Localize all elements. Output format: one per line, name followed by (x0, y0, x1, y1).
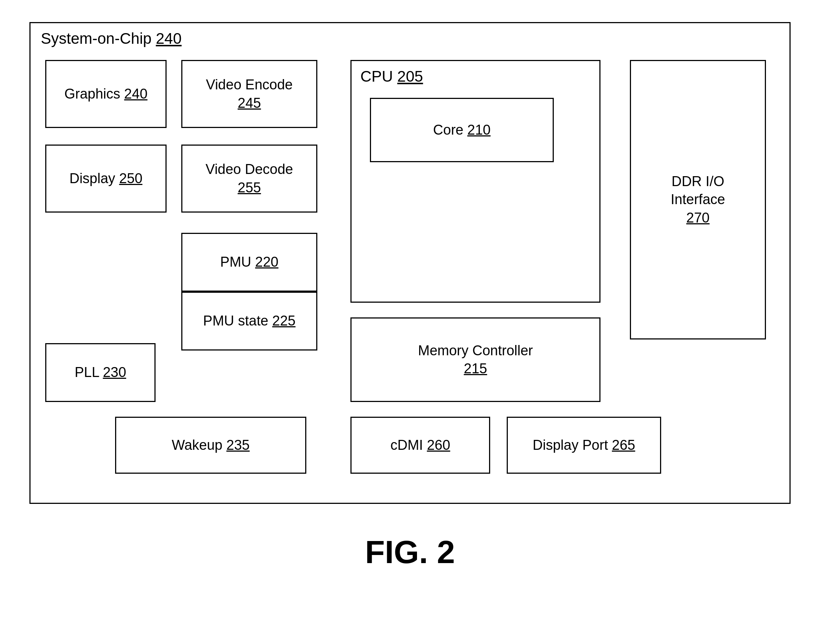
cdmi-block: cDMI 260 (350, 417, 490, 474)
display-block: Display 250 (45, 144, 167, 213)
pmu-state-block: PMU state 225 (181, 292, 317, 351)
video-decode-block: Video Decode255 (181, 144, 317, 213)
wakeup-block: Wakeup 235 (115, 417, 306, 474)
memory-controller-block: Memory Controller215 (350, 317, 601, 402)
display-label: Display 250 (69, 170, 143, 187)
pmu-label: PMU 220 (220, 253, 278, 271)
soc-label-text: System-on-Chip (41, 30, 156, 47)
figure-caption: FIG. 2 (365, 533, 455, 571)
pll-label: PLL 230 (75, 363, 126, 382)
video-decode-label: Video Decode255 (205, 160, 293, 197)
video-encode-block: Video Encode245 (181, 60, 317, 128)
cpu-label: CPU 205 (360, 67, 423, 85)
ddr-label: DDR I/OInterface270 (671, 172, 725, 227)
video-encode-label: Video Encode245 (206, 76, 293, 112)
display-port-block: Display Port 265 (507, 417, 661, 474)
graphics-block: Graphics 240 (45, 60, 167, 128)
display-port-label: Display Port 265 (533, 436, 635, 454)
core-block: Core 210 (370, 98, 554, 162)
pmu-state-label: PMU state 225 (203, 312, 295, 330)
core-label: Core 210 (433, 121, 490, 139)
page-container: System-on-Chip 240 Graphics 240 Video En… (0, 0, 820, 644)
soc-num: 240 (156, 30, 182, 47)
soc-diagram: System-on-Chip 240 Graphics 240 Video En… (29, 22, 791, 504)
ddr-block: DDR I/OInterface270 (630, 60, 766, 339)
cpu-outer-block: CPU 205 Core 210 (350, 60, 601, 303)
pll-block: PLL 230 (45, 343, 156, 402)
memory-controller-label: Memory Controller215 (418, 342, 533, 378)
graphics-label: Graphics 240 (64, 85, 147, 103)
cdmi-label: cDMI 260 (391, 436, 451, 454)
wakeup-label: Wakeup 235 (172, 436, 250, 454)
soc-title: System-on-Chip 240 (41, 30, 182, 48)
pmu-block: PMU 220 (181, 233, 317, 292)
